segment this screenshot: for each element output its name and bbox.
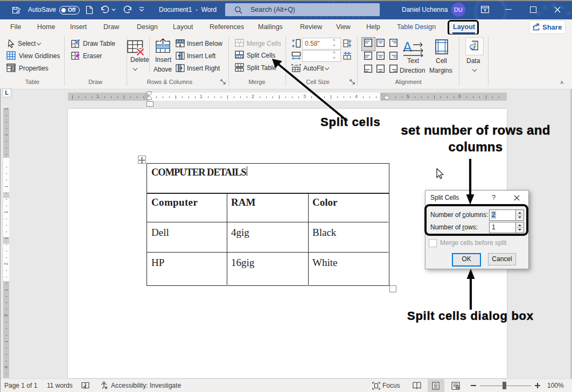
svg-text:A: A: [403, 39, 412, 54]
